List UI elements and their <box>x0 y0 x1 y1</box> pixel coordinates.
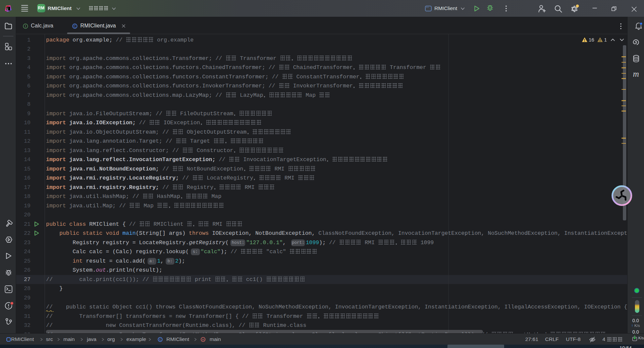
svg-text:I: I <box>25 24 26 28</box>
svg-text:IJ: IJ <box>7 7 8 9</box>
svg-text:C: C <box>73 24 76 28</box>
svg-text:C: C <box>159 338 161 341</box>
svg-text:m: m <box>202 338 205 341</box>
